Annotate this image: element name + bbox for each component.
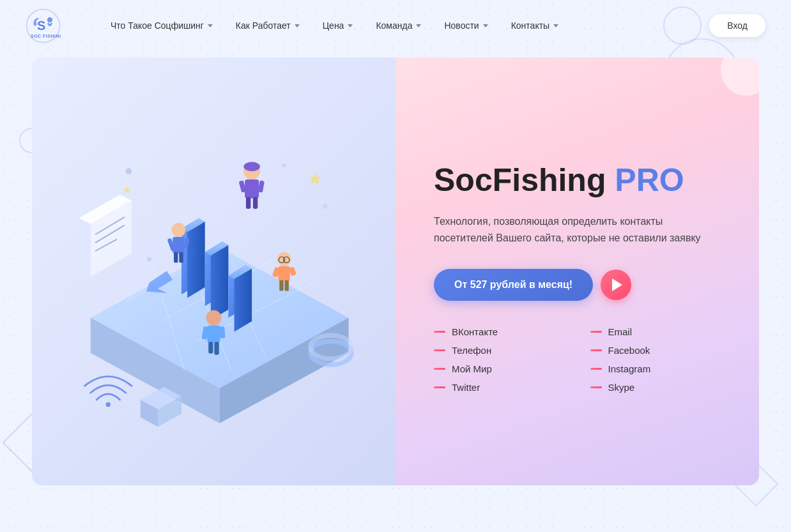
svg-point-66 <box>323 204 327 209</box>
logo-icon: S SOC FISHING <box>26 8 61 43</box>
play-button[interactable] <box>601 270 631 300</box>
hero-title: SocFishing PRO <box>434 163 721 198</box>
svg-marker-64 <box>123 186 131 194</box>
svg-rect-45 <box>179 252 183 263</box>
feature-dash-icon <box>434 331 445 333</box>
login-button[interactable]: Вход <box>709 14 765 37</box>
nav-item-news[interactable]: Новости <box>433 15 499 36</box>
svg-point-65 <box>126 169 132 174</box>
svg-rect-52 <box>278 266 289 282</box>
feature-skype: Skype <box>590 382 721 393</box>
chevron-down-icon <box>483 24 488 27</box>
feature-vkontakte: ВКонтакте <box>434 326 565 337</box>
svg-rect-60 <box>214 342 219 354</box>
nav-links: Что Такое Соцфишинг Как Работает Цена Ко… <box>99 15 709 36</box>
svg-rect-44 <box>174 252 178 263</box>
chevron-down-icon <box>553 24 558 27</box>
nav-item-team[interactable]: Команда <box>364 15 433 36</box>
svg-point-42 <box>171 223 185 237</box>
svg-rect-53 <box>279 280 283 291</box>
svg-rect-38 <box>246 197 250 209</box>
svg-rect-37 <box>245 179 259 198</box>
nav-item-contacts[interactable]: Контакты <box>500 15 570 36</box>
svg-marker-24 <box>79 218 90 277</box>
svg-marker-21 <box>234 269 252 332</box>
navbar: S SOC FISHING Что Такое Соцфишинг Как Ра… <box>0 0 791 51</box>
feature-facebook: Facebook <box>590 345 721 356</box>
svg-rect-43 <box>173 237 184 254</box>
feature-dash-icon <box>590 386 602 388</box>
svg-point-36 <box>243 162 260 171</box>
svg-point-2 <box>47 17 52 22</box>
chevron-down-icon <box>208 24 213 27</box>
feature-dash-icon <box>434 368 445 370</box>
hero-cta-group: От 527 рублей в месяц! <box>434 269 721 301</box>
svg-rect-58 <box>207 326 220 344</box>
feature-dash-icon <box>434 386 445 388</box>
nav-item-how[interactable]: Как Работает <box>224 15 311 36</box>
svg-point-67 <box>282 163 286 167</box>
hero-section: SocFishing PRO Технология, позволяющая о… <box>32 57 759 485</box>
cta-button[interactable]: От 527 рублей в месяц! <box>434 269 593 301</box>
svg-rect-54 <box>285 280 289 291</box>
svg-rect-41 <box>258 180 265 192</box>
feature-dash-icon <box>590 368 602 370</box>
chevron-down-icon <box>295 24 300 27</box>
isometric-illustration <box>32 57 396 473</box>
chevron-down-icon <box>348 24 353 27</box>
feature-phone: Телефон <box>434 345 565 356</box>
features-list: ВКонтакте Email Телефон Facebook Мой Мир <box>434 326 721 393</box>
svg-marker-63 <box>309 172 321 185</box>
feature-dash-icon <box>590 331 602 333</box>
nav-item-what[interactable]: Что Такое Соцфишинг <box>99 15 224 36</box>
feature-dash-icon <box>590 349 602 351</box>
svg-marker-18 <box>211 245 229 320</box>
logo-link[interactable]: S SOC FISHING <box>26 8 61 43</box>
svg-rect-39 <box>253 197 257 209</box>
svg-rect-59 <box>208 342 213 353</box>
svg-point-68 <box>147 257 151 261</box>
hero-subtitle: Технология, позволяющая определить конта… <box>434 213 702 246</box>
svg-text:S: S <box>37 19 45 33</box>
feature-instagram: Instagram <box>590 363 721 374</box>
hero-illustration <box>32 57 396 485</box>
feature-dash-icon <box>434 349 445 351</box>
nav-item-price[interactable]: Цена <box>311 15 365 36</box>
feature-moimir: Мой Мир <box>434 363 565 374</box>
svg-marker-15 <box>187 222 205 298</box>
svg-point-57 <box>206 310 222 326</box>
svg-rect-62 <box>219 326 226 338</box>
feature-email: Email <box>590 326 721 337</box>
svg-point-29 <box>106 402 111 407</box>
chevron-down-icon <box>416 24 421 27</box>
feature-twitter: Twitter <box>434 382 565 393</box>
hero-content: SocFishing PRO Технология, позволяющая о… <box>396 57 759 485</box>
svg-text:SOC FISHING: SOC FISHING <box>31 34 61 38</box>
